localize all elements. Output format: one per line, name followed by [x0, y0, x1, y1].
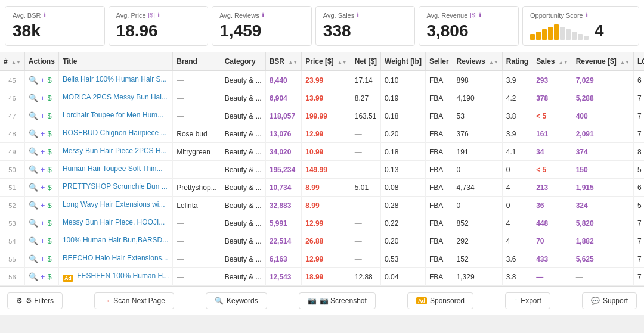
cell-title: Lordhair Toupee for Men Hum...	[58, 107, 172, 125]
add-action-icon[interactable]: +	[41, 201, 45, 210]
avg-reviews-info-icon[interactable]: ℹ	[262, 11, 264, 19]
cell-category: Beauty & ...	[221, 268, 265, 286]
product-table-container: # ▲▼ Actions Title Brand Category BSR ▲▼…	[0, 52, 644, 286]
opp-bar-1	[530, 34, 535, 40]
dollar-action-icon[interactable]: $	[47, 94, 51, 102]
opportunity-info-icon[interactable]: ℹ	[586, 11, 588, 19]
add-action-icon[interactable]: +	[41, 147, 45, 156]
dollar-action-icon[interactable]: $	[47, 111, 51, 120]
cell-revenue: 7,029	[572, 71, 633, 89]
cell-seller: FBA	[425, 107, 453, 125]
dollar-action-icon[interactable]: $	[47, 272, 51, 281]
cell-price: 23.99	[302, 71, 351, 89]
filters-button[interactable]: ⚙ ⚙ Filters	[7, 292, 63, 309]
dollar-action-icon[interactable]: $	[47, 236, 51, 245]
dollar-action-icon[interactable]: $	[47, 76, 51, 85]
cell-net: —	[351, 197, 380, 214]
sort-price[interactable]: ▲▼	[338, 60, 347, 65]
avg-price-info-icon[interactable]: ℹ	[157, 11, 160, 19]
search-action-icon[interactable]: 🔍	[29, 76, 38, 85]
cell-net: —	[351, 232, 380, 250]
add-action-icon[interactable]: +	[41, 236, 45, 245]
dollar-action-icon[interactable]: $	[47, 254, 51, 263]
product-title-link[interactable]: Messy Bun Hair Piece, HOOJI...	[63, 218, 165, 226]
add-action-icon[interactable]: +	[41, 129, 45, 138]
add-action-icon[interactable]: +	[41, 219, 45, 228]
dollar-action-icon[interactable]: $	[47, 129, 51, 138]
search-action-icon[interactable]: 🔍	[29, 219, 38, 228]
stat-avg-sales: Avg. Sales ℹ 338	[315, 6, 416, 46]
cell-seller: FBA	[425, 232, 453, 250]
add-action-icon[interactable]: +	[41, 94, 45, 102]
sponsored-button[interactable]: Ad Sponsored	[407, 292, 473, 309]
dollar-action-icon[interactable]: $	[47, 147, 51, 156]
cell-title: Messy Bun Hair Piece 2PCS H...	[58, 143, 172, 161]
search-action-icon[interactable]: 🔍	[29, 183, 38, 192]
cell-price: 12.99	[302, 250, 351, 268]
support-button[interactable]: 💬 Support	[582, 292, 637, 309]
product-title-link[interactable]: 100% Human Hair Bun,BARSD...	[63, 236, 168, 244]
avg-bsr-value: 38k	[13, 21, 97, 41]
product-title-link[interactable]: REECHO Halo Hair Extensions...	[63, 254, 168, 262]
sort-revenue[interactable]: ▲▼	[620, 60, 630, 65]
add-action-icon[interactable]: +	[41, 183, 45, 192]
cell-num: 48	[0, 125, 24, 143]
add-action-icon[interactable]: +	[41, 272, 45, 281]
avg-bsr-info-icon[interactable]: ℹ	[44, 11, 46, 19]
table-header-row: # ▲▼ Actions Title Brand Category BSR ▲▼…	[0, 52, 644, 71]
search-action-icon[interactable]: 🔍	[29, 272, 38, 281]
screenshot-button[interactable]: 📷 📷 Screenshot	[299, 292, 376, 309]
avg-revenue-info-icon[interactable]: ℹ	[479, 11, 481, 19]
cell-seller: FBA	[425, 161, 453, 179]
avg-sales-info-icon[interactable]: ℹ	[357, 11, 359, 19]
search-action-icon[interactable]: 🔍	[29, 147, 38, 156]
add-action-icon[interactable]: +	[41, 111, 45, 120]
cell-reviews: 0	[453, 161, 502, 179]
add-action-icon[interactable]: +	[41, 76, 45, 85]
search-action-icon[interactable]: 🔍	[29, 254, 38, 263]
keywords-button[interactable]: 🔍 Keywords	[206, 292, 267, 309]
product-title-link[interactable]: Human Hair Toupee Soft Thin...	[63, 164, 163, 173]
cell-lqs: 7	[633, 125, 644, 143]
product-title-link[interactable]: MORICA 2PCS Messy Bun Hai...	[63, 93, 168, 101]
sort-num[interactable]: ▲▼	[11, 60, 21, 65]
cell-actions: 🔍 + $	[24, 107, 58, 125]
cell-price: 12.99	[302, 125, 351, 143]
cell-lqs: 7	[633, 250, 644, 268]
search-action-icon[interactable]: 🔍	[29, 94, 38, 102]
search-action-icon[interactable]: 🔍	[29, 236, 38, 245]
dollar-action-icon[interactable]: $	[47, 165, 51, 174]
dollar-action-icon[interactable]: $	[47, 183, 51, 192]
dollar-action-icon[interactable]: $	[47, 201, 51, 210]
dollar-action-icon[interactable]: $	[47, 219, 51, 228]
search-action-icon[interactable]: 🔍	[29, 165, 38, 174]
product-title-link[interactable]: FESHFEN 100% Human H...	[77, 272, 169, 280]
scan-next-label: Scan Next Page	[113, 297, 165, 305]
cell-title: Messy Bun Hair Piece, HOOJI...	[58, 214, 172, 232]
cell-net: —	[351, 250, 380, 268]
sort-reviews[interactable]: ▲▼	[489, 60, 499, 65]
product-title-link[interactable]: Messy Bun Hair Piece 2PCS H...	[63, 147, 167, 155]
add-action-icon[interactable]: +	[41, 165, 45, 174]
product-title-link[interactable]: Long Wavy Hair Extensions wi...	[63, 200, 165, 208]
search-action-icon[interactable]: 🔍	[29, 129, 38, 138]
cell-bsr: 22,514	[265, 232, 302, 250]
search-action-icon[interactable]: 🔍	[29, 201, 38, 210]
scan-next-button[interactable]: → Scan Next Page	[94, 292, 174, 309]
avg-bsr-label: Avg. BSR	[13, 12, 41, 19]
product-title-link[interactable]: Bella Hair 100% Human Hair S...	[63, 75, 167, 83]
cell-title: Long Wavy Hair Extensions wi...	[58, 197, 172, 214]
col-category: Category	[221, 52, 265, 71]
product-title-link[interactable]: PRETTYSHOP Scrunchie Bun ...	[63, 182, 168, 191]
cell-price: 12.99	[302, 214, 351, 232]
cell-bsr: 118,057	[265, 107, 302, 125]
product-title-link[interactable]: Lordhair Toupee for Men Hum...	[63, 111, 163, 119]
add-action-icon[interactable]: +	[41, 254, 45, 263]
export-button[interactable]: ↑ Export	[505, 292, 550, 309]
cell-title: Human Hair Toupee Soft Thin...	[58, 161, 172, 179]
product-title-link[interactable]: ROSEBUD Chignon Hairpiece ...	[63, 129, 167, 137]
search-action-icon[interactable]: 🔍	[29, 111, 38, 120]
cell-brand: Prettyshop...	[173, 179, 221, 197]
sort-bsr[interactable]: ▲▼	[288, 60, 298, 65]
sort-sales[interactable]: ▲▼	[559, 60, 568, 65]
